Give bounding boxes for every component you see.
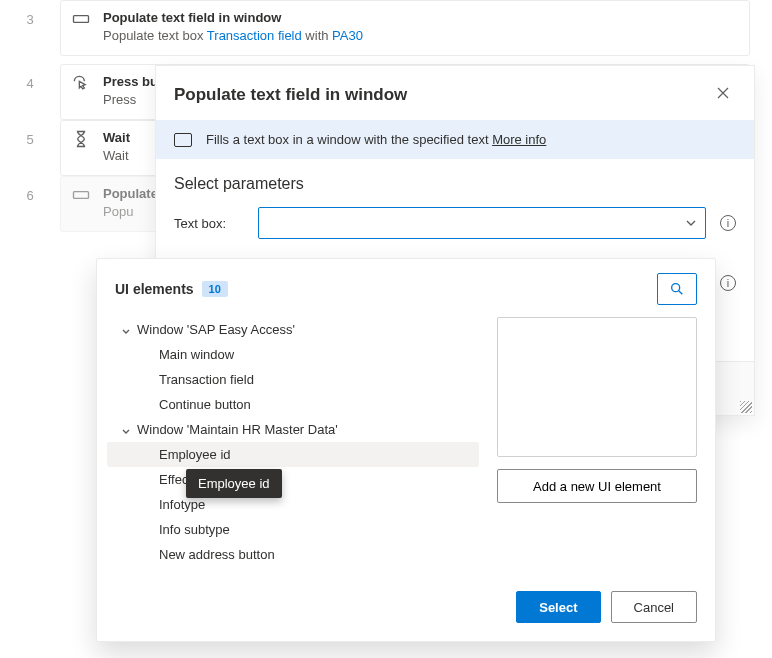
param-label-textbox: Text box:: [174, 216, 244, 231]
select-button[interactable]: Select: [516, 591, 600, 623]
tree-item[interactable]: Info subtype: [107, 517, 479, 542]
tree-item[interactable]: New address button: [107, 542, 479, 567]
tree-item[interactable]: Infotype: [107, 492, 479, 517]
step-title: Wait: [103, 129, 130, 147]
step-number: 6: [0, 176, 60, 203]
textbox-icon: [71, 9, 91, 29]
cursor-click-icon: [71, 73, 91, 93]
chevron-down-icon: [685, 217, 697, 229]
info-banner: Fills a text box in a window with the sp…: [156, 120, 754, 159]
flow-step-card[interactable]: Populate text field in window Populate t…: [60, 0, 750, 56]
info-icon[interactable]: i: [720, 275, 736, 291]
search-icon: [669, 281, 685, 297]
count-badge: 10: [202, 281, 228, 297]
add-ui-element-button[interactable]: Add a new UI element: [497, 469, 697, 503]
tree-item[interactable]: Continue button: [107, 392, 479, 417]
cancel-button[interactable]: Cancel: [611, 591, 697, 623]
resize-grip[interactable]: [740, 401, 752, 413]
tree-group[interactable]: Window 'Maintain HR Master Data': [107, 417, 479, 442]
section-title: Select parameters: [174, 175, 736, 193]
textbox-icon: [174, 133, 192, 147]
dialog-title: Populate text field in window: [174, 85, 407, 105]
step-number: 5: [0, 120, 60, 147]
info-text: Fills a text box in a window with the sp…: [206, 132, 492, 147]
step-number: 3: [0, 0, 60, 27]
tree-group-label: Window 'Maintain HR Master Data': [137, 422, 338, 437]
picker-title: UI elements: [115, 281, 194, 297]
textbox-dropdown[interactable]: [258, 207, 706, 239]
hourglass-icon: [71, 129, 91, 149]
tree-item[interactable]: Effective: [107, 467, 479, 492]
step-title: Populate text field in window: [103, 9, 363, 27]
textbox-icon: [71, 185, 91, 205]
preview-box: [497, 317, 697, 457]
tree-item[interactable]: Main window: [107, 342, 479, 367]
chevron-down-icon: [121, 325, 131, 335]
svg-point-2: [672, 284, 680, 292]
tree-item-employee-id[interactable]: Employee id: [107, 442, 479, 467]
tree-item[interactable]: Transaction field: [107, 367, 479, 392]
close-button[interactable]: [710, 82, 736, 108]
tree-group-label: Window 'SAP Easy Access': [137, 322, 295, 337]
step-subtitle: Wait: [103, 147, 130, 165]
svg-rect-1: [74, 192, 89, 199]
more-info-link[interactable]: More info: [492, 132, 546, 147]
tree-group[interactable]: Window 'SAP Easy Access': [107, 317, 479, 342]
svg-rect-0: [74, 16, 89, 23]
search-button[interactable]: [657, 273, 697, 305]
chevron-down-icon: [121, 425, 131, 435]
ui-elements-tree: Window 'SAP Easy Access' Main window Tra…: [107, 317, 479, 567]
info-icon[interactable]: i: [720, 215, 736, 231]
step-subtitle: Populate text box Transaction field with…: [103, 27, 363, 45]
ui-elements-picker: UI elements 10 Window 'SAP Easy Access' …: [96, 258, 716, 642]
step-number: 4: [0, 64, 60, 91]
